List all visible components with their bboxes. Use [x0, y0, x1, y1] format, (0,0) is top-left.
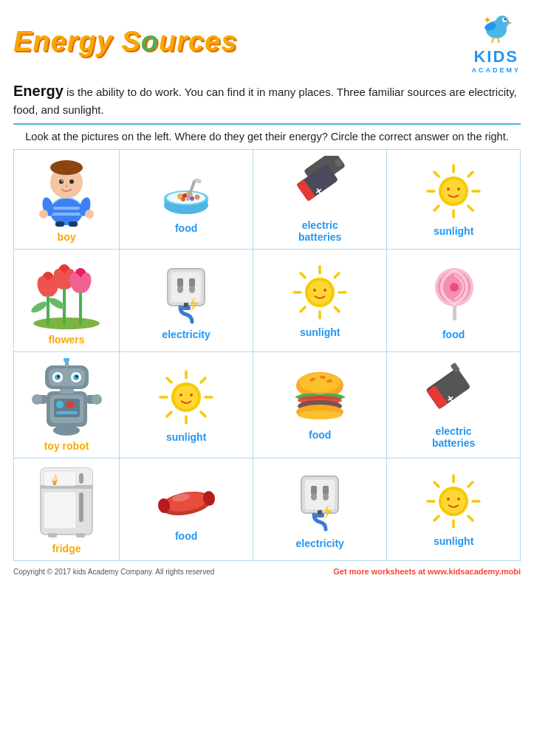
svg-rect-147: [79, 492, 83, 522]
sunlight-label-4: sunlight: [434, 535, 473, 547]
svg-point-18: [65, 185, 68, 187]
table-row: toy robot: [14, 352, 521, 458]
answer-cell-robot-sunlight[interactable]: sunlight: [120, 352, 253, 458]
instruction-text: Look at the pictures on the left. Where …: [13, 129, 521, 145]
svg-point-127: [179, 394, 182, 396]
answer-cell-flowers-food[interactable]: food: [387, 250, 521, 352]
subject-cell-fridge: 🍦 fridge: [14, 458, 120, 561]
robot-label: toy robot: [44, 440, 89, 452]
kids-academy-logo: ✦ KIDS ACADEMY: [471, 9, 521, 74]
svg-point-72: [177, 286, 183, 293]
lollipop-icon: [426, 261, 482, 324]
cereal-bowl-icon: [157, 165, 216, 218]
sunlight-label-3: sunlight: [166, 431, 206, 443]
svg-rect-166: [320, 510, 322, 515]
svg-point-130: [299, 373, 340, 392]
svg-line-85: [301, 307, 305, 312]
sunlight-content-3: sunlight: [123, 368, 250, 443]
sun-icon-1: [424, 162, 483, 221]
svg-rect-159: [305, 480, 335, 509]
fridge-label: fridge: [52, 543, 81, 554]
svg-point-128: [190, 394, 193, 396]
svg-rect-56: [79, 289, 82, 326]
svg-line-7: [498, 38, 499, 43]
answer-cell-flowers-sunlight[interactable]: sunlight: [253, 250, 387, 352]
svg-rect-101: [56, 411, 78, 414]
svg-marker-5: [509, 21, 512, 24]
svg-text:🍦: 🍦: [48, 473, 61, 486]
battery-icon-2: +: [426, 362, 482, 421]
page: Energy Sources ✦ KIDS ACA: [0, 0, 534, 583]
electricity-label-2: electricity: [296, 537, 344, 549]
food-label-4: food: [175, 530, 197, 542]
answer-cell-fridge-food[interactable]: food: [120, 458, 253, 561]
svg-point-51: [447, 188, 450, 190]
answer-cell-boy-sunlight[interactable]: sunlight: [387, 150, 521, 250]
batteries-label-1: electricbatteries: [298, 219, 341, 243]
svg-point-100: [66, 401, 74, 408]
food-label-3: food: [309, 429, 331, 441]
subject-cell-flowers: flowers: [14, 250, 120, 352]
flowers-label: flowers: [49, 334, 85, 346]
svg-rect-11: [50, 207, 83, 210]
electricity-label-1: electricity: [162, 329, 210, 340]
svg-point-17: [61, 180, 63, 182]
svg-point-52: [457, 188, 460, 190]
svg-line-46: [468, 206, 473, 210]
flowers-icon: [26, 255, 107, 329]
subject-cell-robot: toy robot: [14, 352, 120, 458]
answer-cell-robot-batteries[interactable]: + electricbatteries: [387, 352, 521, 458]
svg-point-137: [298, 410, 342, 419]
electricity-content-1: electricity: [123, 261, 250, 340]
svg-point-73: [189, 286, 195, 293]
svg-line-47: [468, 172, 473, 176]
svg-rect-165: [318, 510, 320, 515]
answer-cell-flowers-electricity[interactable]: electricity: [120, 250, 253, 352]
svg-rect-150: [48, 533, 57, 537]
answer-cell-fridge-electricity[interactable]: electricity: [253, 458, 387, 561]
header: Energy Sources ✦ KIDS ACA: [13, 9, 521, 74]
boy-icon: [33, 157, 100, 227]
svg-point-30: [195, 195, 200, 200]
svg-line-45: [434, 172, 439, 176]
food-content-4: food: [123, 478, 250, 542]
food-label-1: food: [175, 222, 197, 234]
logo-bird-icon: ✦: [477, 9, 516, 47]
svg-point-1: [496, 16, 509, 29]
divider: [13, 123, 521, 125]
svg-line-6: [492, 38, 493, 43]
svg-point-57: [30, 300, 49, 315]
svg-rect-149: [44, 492, 76, 529]
svg-line-122: [201, 412, 205, 416]
svg-point-14: [50, 160, 83, 175]
copyright-text: Copyright © 2017 kids Academy Company. A…: [13, 568, 214, 576]
svg-rect-146: [79, 473, 83, 484]
batteries-label-2: electricbatteries: [432, 425, 475, 449]
answer-cell-fridge-sunlight[interactable]: sunlight: [387, 458, 521, 561]
intro-bold: Energy: [13, 83, 64, 99]
svg-point-162: [311, 493, 317, 501]
robot-content: toy robot: [17, 358, 116, 452]
sunlight-label-1: sunlight: [434, 225, 473, 237]
answer-cell-robot-food[interactable]: food: [253, 352, 387, 458]
footer: Copyright © 2017 kids Academy Company. A…: [13, 567, 521, 576]
svg-rect-24: [69, 221, 78, 227]
svg-point-21: [39, 210, 48, 219]
svg-line-172: [434, 482, 439, 487]
burger-icon: [289, 369, 352, 425]
svg-rect-23: [55, 221, 64, 227]
electricity-content-2: electricity: [256, 470, 383, 549]
battery-icon-1: +: [292, 156, 348, 215]
food-content-3: food: [256, 369, 383, 441]
robot-icon: [32, 358, 102, 436]
sunlight-content-4: sunlight: [390, 472, 517, 547]
svg-point-53: [33, 317, 100, 329]
logo-sub: ACADEMY: [471, 66, 521, 74]
answer-cell-boy-batteries[interactable]: + electricbatteries: [253, 150, 387, 250]
answer-cell-boy-food[interactable]: food: [120, 150, 253, 250]
svg-line-175: [434, 516, 439, 520]
svg-point-3: [504, 18, 506, 21]
svg-line-173: [468, 516, 473, 520]
svg-rect-151: [76, 533, 85, 537]
svg-point-50: [442, 179, 465, 203]
